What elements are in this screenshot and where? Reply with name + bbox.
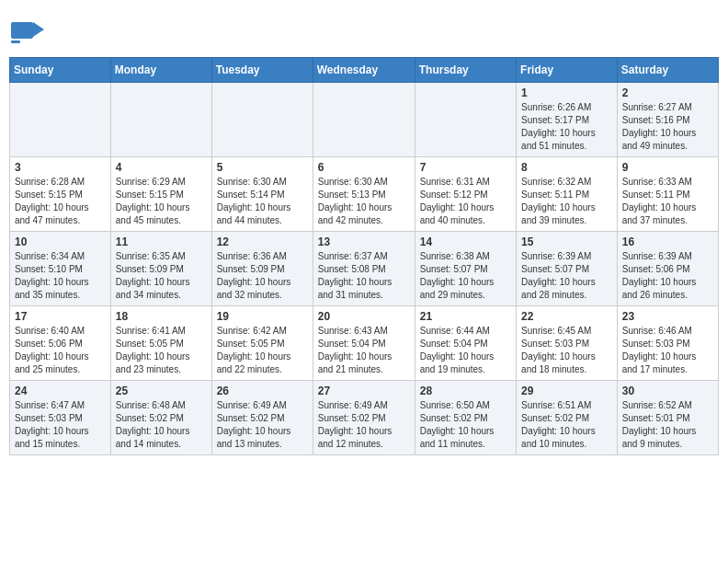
day-number: 23 [622,310,713,323]
day-number: 20 [318,310,410,323]
day-info: Sunrise: 6:46 AMSunset: 5:03 PMDaylight:… [622,325,713,376]
calendar-week-1: 1Sunrise: 6:26 AMSunset: 5:17 PMDaylight… [10,83,719,157]
day-info: Sunrise: 6:39 AMSunset: 5:06 PMDaylight:… [622,250,713,302]
calendar-cell: 16Sunrise: 6:39 AMSunset: 5:06 PMDayligh… [617,232,718,306]
calendar-table: SundayMondayTuesdayWednesdayThursdayFrid… [9,57,719,455]
day-info: Sunrise: 6:30 AMSunset: 5:14 PMDaylight:… [217,176,308,227]
calendar-cell: 7Sunrise: 6:31 AMSunset: 5:12 PMDaylight… [415,157,516,232]
day-number: 3 [15,161,106,174]
page-header [9,9,719,48]
svg-marker-1 [33,22,44,37]
calendar-cell: 24Sunrise: 6:47 AMSunset: 5:03 PMDayligh… [10,381,111,455]
calendar-cell: 2Sunrise: 6:27 AMSunset: 5:16 PMDaylight… [617,83,718,157]
calendar-cell: 17Sunrise: 6:40 AMSunset: 5:06 PMDayligh… [10,306,111,381]
day-number: 30 [622,385,713,397]
calendar-cell: 19Sunrise: 6:42 AMSunset: 5:05 PMDayligh… [211,306,313,381]
calendar-cell [415,83,516,157]
day-number: 17 [15,310,106,323]
day-number: 9 [622,161,713,174]
col-header-tuesday: Tuesday [211,58,313,83]
day-info: Sunrise: 6:30 AMSunset: 5:13 PMDaylight:… [318,176,410,227]
day-number: 16 [622,236,713,248]
calendar-cell: 5Sunrise: 6:30 AMSunset: 5:14 PMDaylight… [211,157,313,232]
calendar-cell: 23Sunrise: 6:46 AMSunset: 5:03 PMDayligh… [617,306,718,381]
day-info: Sunrise: 6:39 AMSunset: 5:07 PMDaylight:… [521,250,612,302]
calendar-cell: 8Sunrise: 6:32 AMSunset: 5:11 PMDaylight… [517,157,618,232]
calendar-cell: 6Sunrise: 6:30 AMSunset: 5:13 PMDaylight… [313,157,415,232]
day-info: Sunrise: 6:42 AMSunset: 5:05 PMDaylight:… [217,325,308,376]
day-number: 4 [116,161,207,174]
day-info: Sunrise: 6:26 AMSunset: 5:17 PMDaylight:… [521,101,612,153]
day-number: 26 [217,385,308,397]
day-number: 12 [217,236,308,248]
day-info: Sunrise: 6:52 AMSunset: 5:01 PMDaylight:… [622,399,713,451]
col-header-friday: Friday [517,58,618,83]
day-number: 27 [318,385,410,397]
col-header-thursday: Thursday [415,58,516,83]
day-info: Sunrise: 6:36 AMSunset: 5:09 PMDaylight:… [217,250,308,302]
day-info: Sunrise: 6:34 AMSunset: 5:10 PMDaylight:… [15,250,106,302]
calendar-cell: 4Sunrise: 6:29 AMSunset: 5:15 PMDaylight… [110,157,211,232]
day-number: 25 [116,385,207,397]
day-info: Sunrise: 6:44 AMSunset: 5:04 PMDaylight:… [420,325,511,376]
col-header-wednesday: Wednesday [313,58,415,83]
day-info: Sunrise: 6:37 AMSunset: 5:08 PMDaylight:… [318,250,410,302]
day-info: Sunrise: 6:28 AMSunset: 5:15 PMDaylight:… [15,176,106,227]
calendar-cell: 25Sunrise: 6:48 AMSunset: 5:02 PMDayligh… [110,381,211,455]
day-info: Sunrise: 6:45 AMSunset: 5:03 PMDaylight:… [521,325,612,376]
calendar-cell: 1Sunrise: 6:26 AMSunset: 5:17 PMDaylight… [517,83,618,157]
col-header-sunday: Sunday [10,58,111,83]
calendar-header-row: SundayMondayTuesdayWednesdayThursdayFrid… [10,58,719,83]
day-number: 6 [318,161,410,174]
day-number: 2 [622,86,713,99]
calendar-week-3: 10Sunrise: 6:34 AMSunset: 5:10 PMDayligh… [10,232,719,306]
day-number: 5 [217,161,308,174]
day-info: Sunrise: 6:49 AMSunset: 5:02 PMDaylight:… [217,399,308,451]
day-number: 21 [420,310,511,323]
calendar-cell [110,83,211,157]
day-number: 15 [521,236,612,248]
day-number: 11 [116,236,207,248]
day-info: Sunrise: 6:48 AMSunset: 5:02 PMDaylight:… [116,399,207,451]
day-number: 29 [521,385,612,397]
day-number: 10 [15,236,106,248]
calendar-cell: 29Sunrise: 6:51 AMSunset: 5:02 PMDayligh… [517,381,618,455]
calendar-cell: 28Sunrise: 6:50 AMSunset: 5:02 PMDayligh… [415,381,516,455]
calendar-cell: 26Sunrise: 6:49 AMSunset: 5:02 PMDayligh… [211,381,313,455]
day-number: 28 [420,385,511,397]
svg-rect-2 [11,40,20,43]
day-info: Sunrise: 6:41 AMSunset: 5:05 PMDaylight:… [116,325,207,376]
day-info: Sunrise: 6:38 AMSunset: 5:07 PMDaylight:… [420,250,511,302]
calendar-cell: 9Sunrise: 6:33 AMSunset: 5:11 PMDaylight… [617,157,718,232]
col-header-monday: Monday [110,58,211,83]
calendar-cell: 18Sunrise: 6:41 AMSunset: 5:05 PMDayligh… [110,306,211,381]
calendar-week-5: 24Sunrise: 6:47 AMSunset: 5:03 PMDayligh… [10,381,719,455]
day-info: Sunrise: 6:50 AMSunset: 5:02 PMDaylight:… [420,399,511,451]
day-info: Sunrise: 6:43 AMSunset: 5:04 PMDaylight:… [318,325,410,376]
logo-icon [9,15,42,48]
calendar-cell: 10Sunrise: 6:34 AMSunset: 5:10 PMDayligh… [10,232,111,306]
logo [9,15,44,48]
day-number: 13 [318,236,410,248]
calendar-week-4: 17Sunrise: 6:40 AMSunset: 5:06 PMDayligh… [10,306,719,381]
day-number: 22 [521,310,612,323]
svg-rect-0 [11,22,33,39]
day-info: Sunrise: 6:35 AMSunset: 5:09 PMDaylight:… [116,250,207,302]
calendar-cell: 20Sunrise: 6:43 AMSunset: 5:04 PMDayligh… [313,306,415,381]
calendar-cell: 30Sunrise: 6:52 AMSunset: 5:01 PMDayligh… [617,381,718,455]
day-number: 18 [116,310,207,323]
calendar-cell: 14Sunrise: 6:38 AMSunset: 5:07 PMDayligh… [415,232,516,306]
day-info: Sunrise: 6:49 AMSunset: 5:02 PMDaylight:… [318,399,410,451]
day-number: 7 [420,161,511,174]
calendar-cell [211,83,313,157]
day-number: 24 [15,385,106,397]
day-info: Sunrise: 6:33 AMSunset: 5:11 PMDaylight:… [622,176,713,227]
calendar-cell: 11Sunrise: 6:35 AMSunset: 5:09 PMDayligh… [110,232,211,306]
calendar-cell: 21Sunrise: 6:44 AMSunset: 5:04 PMDayligh… [415,306,516,381]
day-number: 19 [217,310,308,323]
day-info: Sunrise: 6:27 AMSunset: 5:16 PMDaylight:… [622,101,713,153]
day-info: Sunrise: 6:47 AMSunset: 5:03 PMDaylight:… [15,399,106,451]
calendar-cell: 15Sunrise: 6:39 AMSunset: 5:07 PMDayligh… [517,232,618,306]
day-number: 14 [420,236,511,248]
day-number: 8 [521,161,612,174]
